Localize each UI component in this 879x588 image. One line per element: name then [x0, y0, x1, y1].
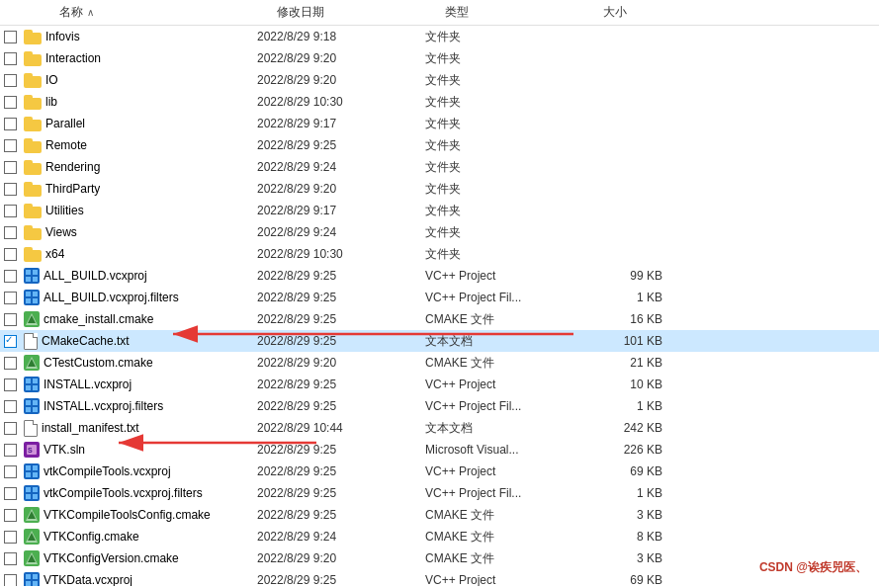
svg-rect-36: [26, 574, 31, 579]
table-row[interactable]: VTKConfigVersion.cmake2022/8/29 9:20CMAK…: [0, 547, 879, 569]
table-row[interactable]: x642022/8/29 10:30文件夹: [0, 243, 879, 265]
file-name-cell: INSTALL.vcxproj.filters: [20, 398, 257, 414]
row-checkbox[interactable]: [0, 183, 20, 196]
table-row[interactable]: ThirdParty2022/8/29 9:20文件夹: [0, 178, 879, 200]
row-checkbox[interactable]: [0, 31, 20, 43]
row-checkbox[interactable]: [0, 52, 20, 65]
row-checkbox[interactable]: [0, 357, 20, 370]
row-checkbox[interactable]: [0, 400, 20, 413]
row-checkbox[interactable]: [0, 422, 20, 435]
file-type: CMAKE 文件: [425, 550, 583, 567]
row-checkbox[interactable]: [0, 161, 20, 174]
row-checkbox[interactable]: [0, 96, 20, 109]
table-row[interactable]: INSTALL.vcxproj.filters2022/8/29 9:25VC+…: [0, 395, 879, 417]
row-checkbox[interactable]: [0, 270, 20, 283]
table-row[interactable]: SVTK.sln2022/8/29 9:25Microsoft Visual..…: [0, 439, 879, 461]
header-col-type[interactable]: 类型: [445, 4, 603, 21]
folder-icon: [24, 225, 42, 240]
table-row[interactable]: vtkCompileTools.vcxproj2022/8/29 9:25VC+…: [0, 461, 879, 482]
table-row[interactable]: ALL_BUILD.vcxproj2022/8/29 9:25VC++ Proj…: [0, 265, 879, 287]
file-size: 1 KB: [583, 399, 682, 413]
file-name-text: VTKConfigVersion.cmake: [44, 551, 179, 565]
file-date: 2022/8/29 9:25: [257, 291, 425, 304]
file-size: 226 KB: [583, 443, 682, 457]
vcxproj-icon: [24, 485, 40, 501]
table-row[interactable]: CTestCustom.cmake2022/8/29 9:20CMAKE 文件2…: [0, 352, 879, 374]
table-row[interactable]: VTKConfig.cmake2022/8/29 9:24CMAKE 文件8 K…: [0, 526, 879, 547]
row-checkbox[interactable]: [0, 378, 20, 391]
row-checkbox[interactable]: [0, 509, 20, 522]
file-size: 69 KB: [583, 464, 682, 478]
file-date: 2022/8/29 9:20: [257, 73, 425, 87]
table-row[interactable]: lib2022/8/29 10:30文件夹: [0, 91, 879, 113]
txt-icon: [24, 420, 38, 437]
file-name-text: CTestCustom.cmake: [44, 356, 153, 370]
table-row[interactable]: install_manifest.txt2022/8/29 10:44文本文档2…: [0, 417, 879, 439]
row-checkbox[interactable]: [0, 292, 20, 304]
row-checkbox[interactable]: [0, 335, 20, 348]
row-checkbox[interactable]: [0, 531, 20, 544]
table-row[interactable]: vtkCompileTools.vcxproj.filters2022/8/29…: [0, 482, 879, 504]
table-row[interactable]: Parallel2022/8/29 9:17文件夹: [0, 113, 879, 134]
row-checkbox[interactable]: [0, 205, 20, 217]
table-row[interactable]: Infovis2022/8/29 9:18文件夹: [0, 26, 879, 47]
table-row[interactable]: Remote2022/8/29 9:25文件夹: [0, 134, 879, 156]
table-row[interactable]: Rendering2022/8/29 9:24文件夹: [0, 156, 879, 178]
file-name-cell: ThirdParty: [20, 182, 257, 197]
table-row[interactable]: VTKData.vcxproj2022/8/29 9:25VC++ Projec…: [0, 569, 879, 586]
header-col-date[interactable]: 修改日期: [277, 4, 445, 21]
row-checkbox[interactable]: [0, 574, 20, 587]
table-row[interactable]: cmake_install.cmake2022/8/29 9:25CMAKE 文…: [0, 308, 879, 330]
file-name-text: IO: [45, 73, 58, 87]
row-checkbox[interactable]: [0, 487, 20, 500]
sort-arrow-icon[interactable]: ∧: [87, 7, 94, 18]
file-size: 99 KB: [583, 269, 682, 283]
svg-rect-6: [26, 298, 31, 303]
file-size: 10 KB: [583, 378, 682, 391]
cmake-icon: [24, 507, 40, 523]
svg-rect-18: [26, 407, 31, 412]
file-name-text: Utilities: [45, 204, 84, 217]
file-name-cell: x64: [20, 247, 257, 262]
header-col-name[interactable]: 名称 ∧: [20, 4, 277, 21]
vcxproj-icon: [24, 572, 40, 586]
folder-icon: [24, 73, 42, 88]
table-row[interactable]: INSTALL.vcxproj2022/8/29 9:25VC++ Projec…: [0, 374, 879, 395]
row-checkbox[interactable]: [0, 74, 20, 87]
file-name-text: Infovis: [45, 30, 80, 43]
row-checkbox[interactable]: [0, 444, 20, 457]
file-date: 2022/8/29 9:24: [257, 160, 425, 174]
row-checkbox[interactable]: [0, 139, 20, 152]
row-checkbox[interactable]: [0, 118, 20, 130]
row-checkbox[interactable]: [0, 313, 20, 326]
table-row[interactable]: ALL_BUILD.vcxproj.filters2022/8/29 9:25V…: [0, 287, 879, 308]
file-name-text: ALL_BUILD.vcxproj.filters: [44, 291, 179, 304]
folder-icon: [24, 30, 42, 44]
file-type: 文件夹: [425, 181, 583, 198]
svg-rect-38: [26, 581, 31, 586]
file-type: VC++ Project Fil...: [425, 291, 583, 304]
file-name-text: vtkCompileTools.vcxproj: [44, 464, 171, 478]
file-date: 2022/8/29 9:17: [257, 204, 425, 217]
file-type: CMAKE 文件: [425, 311, 583, 328]
row-checkbox[interactable]: [0, 248, 20, 261]
file-name-text: lib: [45, 95, 57, 109]
header-col-size[interactable]: 大小: [603, 4, 702, 21]
file-name-text: VTKData.vcxproj: [44, 573, 132, 586]
row-checkbox[interactable]: [0, 226, 20, 239]
table-row[interactable]: VTKCompileToolsConfig.cmake2022/8/29 9:2…: [0, 504, 879, 526]
file-list[interactable]: Infovis2022/8/29 9:18文件夹Interaction2022/…: [0, 26, 879, 586]
table-row[interactable]: IO2022/8/29 9:20文件夹: [0, 69, 879, 91]
row-checkbox[interactable]: [0, 552, 20, 565]
file-date: 2022/8/29 9:25: [257, 464, 425, 478]
file-name-cell: Rendering: [20, 160, 257, 175]
table-row[interactable]: Utilities2022/8/29 9:17文件夹: [0, 200, 879, 221]
sln-icon: S: [24, 442, 40, 458]
file-date: 2022/8/29 9:25: [257, 573, 425, 586]
file-name-text: CMakeCache.txt: [42, 334, 130, 348]
table-row[interactable]: Views2022/8/29 9:24文件夹: [0, 221, 879, 243]
table-row[interactable]: Interaction2022/8/29 9:20文件夹: [0, 47, 879, 69]
svg-rect-24: [26, 472, 31, 477]
table-row[interactable]: CMakeCache.txt2022/8/29 9:25文本文档101 KB: [0, 330, 879, 352]
row-checkbox[interactable]: [0, 465, 20, 478]
